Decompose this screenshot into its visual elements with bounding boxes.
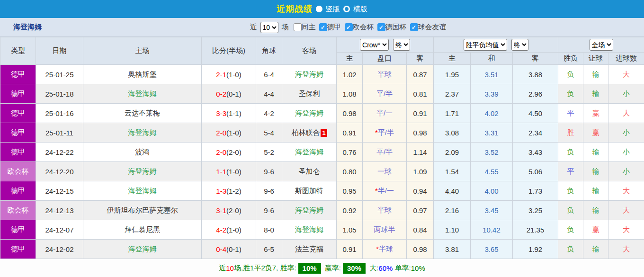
fulltime-score[interactable]: 0-2 [216,90,226,98]
checkbox-0[interactable] [294,23,302,31]
footer-segment-5: 30% [343,263,366,274]
checkbox-label-1[interactable]: 德甲 [327,23,341,32]
checkbox-label-3[interactable]: 德国杯 [385,23,407,32]
avg-draw-value: 3.31 [484,129,498,137]
home-team-name[interactable]: 海登海姆 [128,128,157,136]
corner-score: 9-6 [256,162,282,181]
away-team-name[interactable]: 海登海姆 [295,225,323,233]
checkbox-1[interactable]: ✓ [319,23,327,31]
footer-segment-8: 单率: [393,264,411,273]
let-goal-text: 输 [592,245,599,253]
odds-home: 0.80 [337,162,363,181]
home-team-name[interactable]: 波鸿 [135,148,150,156]
let-goal-text: 输 [592,89,599,98]
fulltime-score[interactable]: 3-3 [216,109,226,117]
score-cell: 4-2(1-0) [202,220,256,240]
let-goal-text: 赢 [592,109,599,117]
home-team-name[interactable]: 海登海姆 [128,245,157,253]
handicap-text: 半球 [377,70,392,78]
home-team-name[interactable]: 海登海姆 [128,167,157,175]
avg-home: 2.09 [434,143,471,162]
away-team-name[interactable]: 圣加仑 [299,167,320,175]
odds-home: 1.08 [337,84,363,104]
match-date: 25-01-25 [36,65,83,84]
away-team-name[interactable]: 海登海姆 [295,206,323,214]
fulltime-score[interactable]: 4-2 [216,226,226,234]
away-team-name[interactable]: 斯图加特 [295,187,323,195]
home-team-name[interactable]: 奥格斯堡 [128,70,157,78]
table-row: 德甲24-12-07拜仁慕尼黑4-2(1-0)8-0海登海姆1.05两球半0.8… [0,220,644,240]
fulltime-score[interactable]: 2-0 [216,148,226,156]
avg-draw: 3.45 [471,201,513,220]
odds-away: 0.91 [407,104,434,123]
let-goal-text: 赢 [592,128,599,136]
match-date: 24-12-15 [36,181,83,201]
radio-horizontal-icon[interactable] [343,6,350,12]
radio-vertical-icon[interactable] [316,6,322,12]
home-team-name[interactable]: 伊斯坦布尔巴萨克塞尔 [107,206,178,214]
corner-score: 5-4 [256,123,282,143]
home-team-name[interactable]: 拜仁慕尼黑 [125,225,160,233]
away-team-name[interactable]: 海登海姆 [295,148,323,156]
result-text: 负 [567,148,574,156]
odds-home: 0.76 [337,143,363,162]
let-goal-text: 输 [592,187,599,195]
fulltime-score[interactable]: 3-1 [216,206,226,214]
result-text: 负 [567,206,574,214]
away-team-name[interactable]: 海登海姆 [295,109,323,117]
result-text: 平 [567,167,574,175]
subcol-avg-draw: 和 [471,53,513,65]
subcol-let-goal: 让球 [583,53,608,65]
home-team-name[interactable]: 云达不莱梅 [125,109,160,117]
let-goal-text: 输 [592,167,599,175]
result-text: 负 [567,89,574,98]
home-team-name[interactable]: 海登海姆 [128,187,157,195]
home-team-cell: 波鸿 [83,143,202,162]
avg-draw-value: 3.52 [484,148,498,156]
result-scope-select[interactable]: 全场 [590,39,613,51]
recent-count-select[interactable]: 10 [260,22,278,33]
away-team-name[interactable]: 海登海姆 [295,70,323,78]
odds-home: 0.92 [337,201,363,220]
odds-time-select[interactable]: 终 [393,39,410,51]
fulltime-score[interactable]: 2-0 [216,129,226,137]
score-cell: 2-1(1-0) [202,65,256,84]
goals-text: 大 [623,245,630,253]
table-row: 德甲24-12-22波鸿2-0(2-0)5-2海登海姆0.76平/半1.142.… [0,143,644,162]
home-team-cell: 海登海姆 [83,123,202,143]
filter-bar: 海登海姆 近 10 场 同主✓德甲✓欧会杯✓德国杯✓球会友谊 [0,18,644,37]
away-team-cell: 海登海姆 [282,65,337,84]
col-header-date: 日期 [36,37,83,65]
away-team-cell: 柏林联合1 [282,123,337,143]
radio-horizontal-label[interactable]: 横版 [353,5,367,14]
odds-away: 1.14 [407,143,434,162]
avg-draw-value: 3.65 [484,245,498,253]
team-name[interactable]: 海登海姆 [13,23,42,32]
away-team-cell: 海登海姆 [282,220,337,240]
table-row: 德甲25-01-11海登海姆2-0(1-0)5-4柏林联合10.91*平/半0.… [0,123,644,143]
avg-type-select[interactable]: 胜平负均值 [464,39,507,51]
fulltime-score[interactable]: 2-1 [216,71,226,79]
fulltime-score[interactable]: 1-3 [216,187,226,195]
checkbox-4[interactable]: ✓ [410,23,418,31]
checkbox-label-4[interactable]: 球会友谊 [418,23,447,32]
home-team-name[interactable]: 海登海姆 [128,89,157,98]
radio-vertical-label[interactable]: 竖版 [326,5,340,14]
bookmaker-select[interactable]: Crow* [360,39,389,51]
avg-time-select[interactable]: 终 [511,39,528,51]
checkbox-3[interactable]: ✓ [377,23,385,31]
checkbox-2[interactable]: ✓ [345,23,353,31]
checkbox-label-0[interactable]: 同主 [302,23,316,32]
fulltime-score[interactable]: 0-4 [216,245,226,253]
league-badge-cell: 德甲 [0,104,36,123]
away-team-name[interactable]: 法兰克福 [295,245,323,253]
goals-text: 大 [623,70,630,78]
fulltime-score[interactable]: 1-1 [216,168,226,176]
away-team-name[interactable]: 柏林联合 [291,128,320,136]
checkbox-label-2[interactable]: 欧会杯 [353,23,374,32]
match-date: 25-01-18 [36,84,83,104]
halftime-score: (1-0) [226,226,242,234]
halftime-score: (1-0) [226,168,242,176]
away-team-name[interactable]: 圣保利 [299,89,320,98]
league-checkboxes: 同主✓德甲✓欧会杯✓德国杯✓球会友谊 [290,23,447,32]
